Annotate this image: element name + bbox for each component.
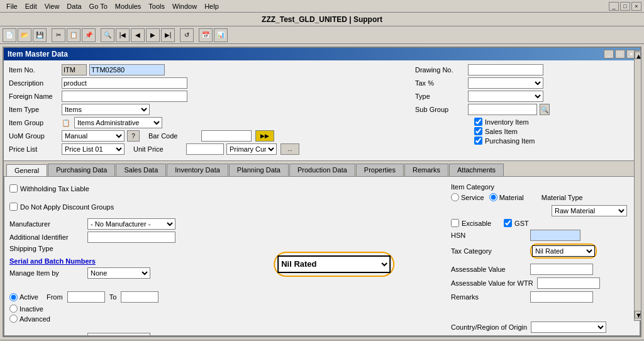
app-title: ZZZ_Test_GLD_UNITED | Support: [3, 15, 641, 24]
item-group-select[interactable]: Items Administrative: [74, 117, 162, 128]
advanced-radio[interactable]: [9, 315, 18, 323]
price-list-select[interactable]: Price List 01: [62, 143, 125, 155]
tab-remarks[interactable]: Remarks: [404, 164, 448, 176]
menu-window[interactable]: Window: [169, 0, 201, 12]
app-close-btn[interactable]: ×: [631, 2, 641, 11]
remarks-input[interactable]: [530, 291, 593, 303]
country-origin-select[interactable]: [531, 321, 606, 333]
item-type-label: Item Type: [9, 106, 59, 113]
tab-inventory[interactable]: Inventory Data: [167, 164, 228, 176]
description-input[interactable]: [62, 77, 187, 89]
toolbar-nav-last-btn[interactable]: ▶|: [161, 28, 175, 42]
scrollbar[interactable]: ▲ ▼: [634, 50, 641, 321]
item-category-label: Item Category: [451, 183, 494, 191]
material-type-select[interactable]: Raw Material: [552, 205, 627, 216]
active-to-input[interactable]: [121, 291, 158, 303]
additional-id-input[interactable]: [87, 232, 175, 243]
unit-price-btn[interactable]: ...: [280, 143, 299, 155]
menu-goto[interactable]: Go To: [86, 0, 111, 12]
item-no-code-input[interactable]: [62, 64, 87, 75]
no-discount-checkbox[interactable]: [9, 203, 18, 211]
tab-general[interactable]: General: [6, 164, 47, 177]
to-label: To: [109, 293, 117, 301]
item-type-select[interactable]: Items: [62, 104, 150, 115]
tab-properties[interactable]: Properties: [356, 164, 404, 176]
type-label: Type: [415, 92, 465, 100]
toolbar-save-btn[interactable]: 💾: [33, 28, 47, 42]
item-no-label: Item No.: [9, 66, 59, 74]
gst-checkbox[interactable]: [504, 219, 512, 227]
withholding-tax-checkbox[interactable]: [9, 184, 18, 193]
manufacturer-select[interactable]: - No Manufacturer -: [87, 218, 175, 230]
unit-price-label: Unit Price: [133, 145, 184, 153]
toolbar-open-btn[interactable]: 📂: [18, 28, 31, 42]
active-radio[interactable]: [9, 293, 18, 301]
foreign-name-input[interactable]: [62, 91, 187, 102]
toolbar-new-btn[interactable]: 📄: [3, 28, 16, 42]
toolbar-find-btn[interactable]: 🔍: [101, 28, 114, 42]
sales-item-checkbox[interactable]: [474, 127, 482, 135]
tax-category-label: Tax Category: [451, 247, 526, 255]
big-tax-category-select[interactable]: Nil Rated GST Exempt Zero Rated: [277, 255, 391, 273]
menu-file[interactable]: File: [3, 0, 21, 12]
scroll-down-btn[interactable]: ▼: [635, 311, 641, 318]
window-minimize-btn[interactable]: _: [604, 50, 614, 59]
toolbar-nav-next-btn[interactable]: ▶: [146, 28, 160, 42]
tax-percent-select[interactable]: [468, 77, 543, 89]
bar-code-btn[interactable]: ▶▶: [255, 130, 274, 142]
serial-batch-label[interactable]: Serial and Batch Numbers: [9, 257, 96, 265]
assessable-wtr-input[interactable]: [537, 277, 600, 289]
menu-edit[interactable]: Edit: [21, 0, 41, 12]
inactive-radio[interactable]: [9, 305, 18, 313]
tab-planning[interactable]: Planning Data: [229, 164, 289, 176]
purchasing-item-checkbox[interactable]: [474, 137, 482, 145]
excisable-checkbox[interactable]: [451, 219, 459, 227]
material-radio[interactable]: [489, 193, 497, 201]
sub-group-search-btn[interactable]: 🔍: [540, 104, 550, 115]
advanced-rule-select[interactable]: General: [87, 333, 150, 336]
menu-view[interactable]: View: [41, 0, 64, 12]
toolbar-calendar-btn[interactable]: 📅: [199, 28, 213, 42]
toolbar-cut-btn[interactable]: ✂: [52, 28, 65, 42]
type-select[interactable]: [468, 91, 543, 102]
hsn-input[interactable]: [530, 230, 580, 241]
item-no-value-input[interactable]: [89, 64, 165, 75]
tax-percent-label: Tax %: [415, 79, 465, 87]
active-from-input[interactable]: [67, 291, 105, 303]
toolbar-paste-btn[interactable]: 📌: [82, 28, 96, 42]
unit-price-input[interactable]: [186, 143, 224, 155]
inventory-item-checkbox-label: Inventory Item: [474, 118, 535, 126]
tab-attachments[interactable]: Attachments: [449, 164, 504, 176]
toolbar-nav-prev-btn[interactable]: ◀: [131, 28, 145, 42]
drawing-no-input[interactable]: [468, 64, 543, 75]
service-radio[interactable]: [451, 193, 459, 201]
uom-group-select[interactable]: Manual: [62, 130, 125, 142]
uom-info-btn[interactable]: ?: [127, 130, 140, 142]
bar-code-input[interactable]: [201, 130, 252, 142]
toolbar-refresh-btn[interactable]: ↺: [180, 28, 194, 42]
tab-purchasing[interactable]: Purchasing Data: [48, 164, 115, 176]
toolbar-chart-btn[interactable]: 📊: [214, 28, 228, 42]
app-maximize-btn[interactable]: □: [620, 2, 630, 11]
tab-sales[interactable]: Sales Data: [116, 164, 166, 176]
menu-modules[interactable]: Modules: [111, 0, 145, 12]
menubar: File Edit View Data Go To Modules Tools …: [0, 0, 644, 13]
tax-category-select[interactable]: Nil Rated GST Exempt: [532, 245, 595, 257]
inventory-item-checkbox[interactable]: [474, 118, 482, 126]
toolbar-nav-first-btn[interactable]: |◀: [116, 28, 130, 42]
material-type-label: Material Type: [541, 194, 583, 201]
unit-price-currency-select[interactable]: Primary Curr: [226, 143, 277, 155]
app-minimize-btn[interactable]: _: [609, 2, 619, 11]
tab-production[interactable]: Production Data: [289, 164, 355, 176]
tax-category-highlight-container: Nil Rated GST Exempt: [530, 243, 597, 259]
sub-group-input[interactable]: [468, 104, 537, 115]
assessable-value-input[interactable]: [530, 264, 593, 275]
menu-data[interactable]: Data: [63, 0, 85, 12]
toolbar: 📄 📂 💾 ✂ 📋 📌 🔍 |◀ ◀ ▶ ▶| ↺ 📅 📊: [0, 26, 644, 44]
toolbar-copy-btn[interactable]: 📋: [67, 28, 80, 42]
menu-tools[interactable]: Tools: [145, 0, 169, 12]
manage-item-select[interactable]: None: [87, 267, 150, 279]
scroll-up-btn[interactable]: ▲: [635, 52, 641, 59]
menu-help[interactable]: Help: [201, 0, 223, 12]
window-maximize-btn[interactable]: □: [615, 50, 625, 59]
